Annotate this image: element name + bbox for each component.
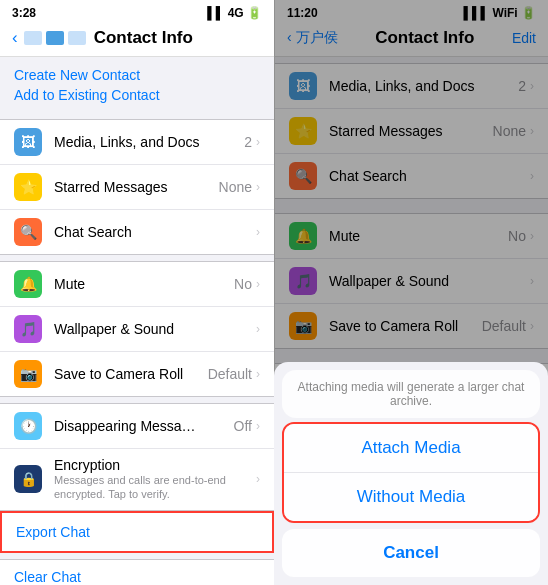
encryption-icon: 🔒	[14, 465, 42, 493]
encryption-chevron: ›	[256, 472, 260, 486]
left-encryption-row[interactable]: 🔒 Encryption Messages and calls are end-…	[0, 449, 274, 510]
media-links-value: 2	[244, 134, 252, 150]
encryption-note: Messages and calls are end-to-end encryp…	[54, 473, 256, 502]
starred-messages-value: None	[219, 179, 252, 195]
disappearing-label: Disappearing Messa…	[54, 418, 234, 434]
action-sheet-overlay: Attaching media will generate a larger c…	[274, 0, 548, 585]
wallpaper-chevron: ›	[256, 322, 260, 336]
left-chat-search-row[interactable]: 🔍 Chat Search ›	[0, 210, 274, 254]
disappearing-chevron: ›	[256, 419, 260, 433]
chat-search-icon: 🔍	[14, 218, 42, 246]
starred-messages-label: Starred Messages	[54, 179, 219, 195]
action-sheet-options: Attach Media Without Media	[282, 422, 540, 523]
mute-label: Mute	[54, 276, 234, 292]
clear-chat-row[interactable]: Clear Chat	[0, 560, 274, 585]
left-mute-row[interactable]: 🔔 Mute No ›	[0, 262, 274, 307]
action-sheet-cancel-button[interactable]: Cancel	[282, 529, 540, 577]
create-new-contact-link[interactable]: Create New Contact	[14, 67, 260, 83]
left-back-button[interactable]: ‹	[12, 28, 18, 48]
left-bottom-links: Clear Chat Block Contact Report Contact	[0, 559, 274, 585]
left-status-bar: 3:28 ▌▌ 4G 🔋	[0, 0, 274, 24]
disappearing-icon: 🕐	[14, 412, 42, 440]
attach-media-button[interactable]: Attach Media	[284, 424, 538, 473]
action-sheet-message: Attaching media will generate a larger c…	[282, 370, 540, 418]
avatar-square-1	[24, 31, 42, 45]
camera-roll-value: Default	[208, 366, 252, 382]
left-status-icons: ▌▌ 4G 🔋	[207, 6, 262, 20]
media-links-icon: 🖼	[14, 128, 42, 156]
left-menu-group-3: 🕐 Disappearing Messa… Off › 🔒 Encryption…	[0, 403, 274, 511]
media-links-label: Media, Links, and Docs	[54, 134, 244, 150]
encryption-label: Encryption	[54, 457, 256, 473]
starred-messages-icon: ⭐	[14, 173, 42, 201]
contact-avatar-placeholder	[24, 31, 86, 45]
left-panel: 3:28 ▌▌ 4G 🔋 ‹ Contact Info Create New C…	[0, 0, 274, 585]
starred-messages-chevron: ›	[256, 180, 260, 194]
chat-search-label: Chat Search	[54, 224, 256, 240]
left-media-links-row[interactable]: 🖼 Media, Links, and Docs 2 ›	[0, 120, 274, 165]
mute-icon: 🔔	[14, 270, 42, 298]
left-nav-bar: ‹ Contact Info	[0, 24, 274, 57]
add-existing-contact-link[interactable]: Add to Existing Contact	[14, 87, 260, 103]
left-menu-group-2: 🔔 Mute No › 🎵 Wallpaper & Sound › 📷 Save…	[0, 261, 274, 397]
media-links-chevron: ›	[256, 135, 260, 149]
clear-chat-label: Clear Chat	[14, 569, 81, 585]
left-starred-messages-row[interactable]: ⭐ Starred Messages None ›	[0, 165, 274, 210]
export-chat-label: Export Chat	[16, 524, 90, 540]
disappearing-value: Off	[234, 418, 252, 434]
left-camera-roll-row[interactable]: 📷 Save to Camera Roll Default ›	[0, 352, 274, 396]
left-menu-group-1: 🖼 Media, Links, and Docs 2 › ⭐ Starred M…	[0, 119, 274, 255]
left-action-links: Create New Contact Add to Existing Conta…	[0, 57, 274, 113]
wallpaper-icon: 🎵	[14, 315, 42, 343]
mute-chevron: ›	[256, 277, 260, 291]
mute-value: No	[234, 276, 252, 292]
camera-roll-icon: 📷	[14, 360, 42, 388]
without-media-button[interactable]: Without Media	[284, 473, 538, 521]
camera-roll-label: Save to Camera Roll	[54, 366, 208, 382]
avatar-square-2	[46, 31, 64, 45]
wallpaper-label: Wallpaper & Sound	[54, 321, 256, 337]
left-wallpaper-row[interactable]: 🎵 Wallpaper & Sound ›	[0, 307, 274, 352]
export-chat-row[interactable]: Export Chat	[0, 511, 274, 553]
camera-roll-chevron: ›	[256, 367, 260, 381]
left-time: 3:28	[12, 6, 36, 20]
avatar-square-3	[68, 31, 86, 45]
chat-search-chevron: ›	[256, 225, 260, 239]
left-disappearing-row[interactable]: 🕐 Disappearing Messa… Off ›	[0, 404, 274, 449]
left-page-title: Contact Info	[94, 28, 193, 48]
action-sheet: Attaching media will generate a larger c…	[274, 362, 548, 585]
